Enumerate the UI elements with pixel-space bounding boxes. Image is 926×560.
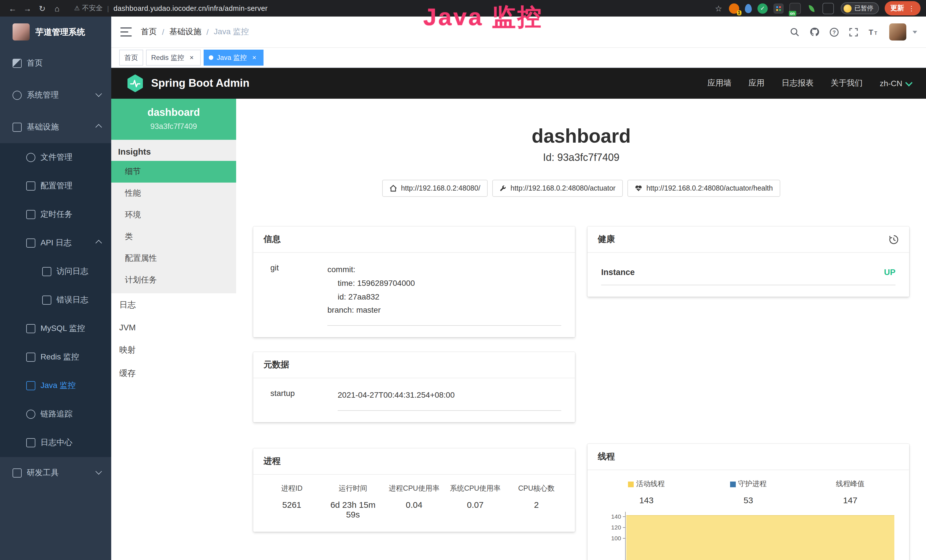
sidebar-item-trace[interactable]: 链路追踪 (0, 400, 111, 428)
instance-base-url-link[interactable]: http://192.168.0.2:48080/ (382, 180, 488, 197)
instance-name: dashboard (116, 107, 232, 119)
history-icon[interactable] (889, 234, 899, 244)
bookmark-star-icon[interactable]: ☆ (715, 4, 722, 13)
sba-item-metrics[interactable]: 性能 (111, 183, 236, 204)
tab-java-monitor[interactable]: Java 监控 × (204, 50, 263, 66)
chrome-update-button[interactable]: 更新 ⋮ (885, 1, 921, 15)
sba-item-beans[interactable]: 类 (111, 226, 236, 248)
sidebar-item-dev-tools[interactable]: 研发工具 (0, 457, 111, 489)
sba-item-caches[interactable]: 缓存 (111, 362, 236, 385)
card-threads-title: 线程 (598, 451, 615, 462)
sba-nav-journal[interactable]: 日志报表 (782, 78, 814, 88)
sba-item-mappings[interactable]: 映射 (111, 338, 236, 362)
browser-home-button[interactable]: ⌂ (50, 2, 64, 15)
profile-sync-paused-chip[interactable]: 已暂停 (841, 2, 879, 14)
sidebar-item-redis-monitor[interactable]: Redis 监控 (0, 343, 111, 371)
sba-instance-header[interactable]: dashboard 93a3fc7f7409 (111, 99, 236, 140)
close-icon[interactable]: × (188, 54, 196, 62)
instance-health-link[interactable]: http://192.168.0.2:48080/actuator/health (627, 180, 780, 197)
sba-insights-group: Insights 细节 性能 环境 类 配置属性 计划任务 (111, 140, 236, 293)
home-icon (390, 185, 397, 192)
sba-item-scheduled-tasks[interactable]: 计划任务 (111, 269, 236, 291)
breadcrumb-infrastructure[interactable]: 基础设施 (169, 27, 201, 37)
sba-locale-select[interactable]: zh-CN (880, 79, 911, 88)
url-text: dashboard.yudao.iocoder.cn/infra/admin-s… (113, 4, 268, 12)
sba-item-environment[interactable]: 环境 (111, 204, 236, 226)
sidebar-collapse-icon[interactable] (120, 27, 132, 36)
extension-proxy-icon[interactable]: on (790, 3, 801, 14)
card-metadata-title: 元数据 (263, 359, 289, 370)
process-col-header: 系统CPU使用率 (445, 484, 505, 493)
sba-nav-applications[interactable]: 应用 (749, 78, 764, 88)
sidebar-item-error-logs[interactable]: 错误日志 (0, 286, 111, 314)
extension-grid-icon[interactable] (773, 3, 784, 14)
sidebar-item-scheduled-tasks[interactable]: 定时任务 (0, 200, 111, 229)
process-stats-row: 进程ID 5261 运行时间 6d 23h 15m 59s 进程CPU使用率 0… (253, 475, 575, 532)
sidebar-item-file-management[interactable]: 文件管理 (0, 143, 111, 172)
card-process-title: 进程 (263, 456, 281, 467)
address-bar[interactable]: ⚠ 不安全 | dashboard.yudao.iocoder.cn/infra… (74, 3, 268, 13)
sba-item-jvm[interactable]: JVM (111, 317, 236, 338)
browser-reload-button[interactable]: ↻ (35, 2, 49, 15)
browser-forward-button[interactable]: → (21, 2, 34, 15)
breadcrumb-home[interactable]: 首页 (141, 27, 157, 37)
profile-avatar-emoji (844, 4, 852, 12)
app-logo[interactable]: 芋道管理系统 (0, 17, 111, 47)
sidebar-item-config-management[interactable]: 配置管理 (0, 172, 111, 200)
redis-icon (26, 353, 35, 362)
info-line: time: 1596289704000 (327, 277, 561, 291)
svg-text:?: ? (833, 29, 836, 35)
browser-menu-icon[interactable]: ⋮ (908, 4, 915, 12)
extension-drop-icon[interactable] (745, 4, 752, 13)
sidebar-item-log-center[interactable]: 日志中心 (0, 428, 111, 457)
sba-item-logfile[interactable]: 日志 (111, 293, 236, 317)
y-tick: 120 (597, 524, 625, 534)
app-title: 芋道管理系统 (35, 27, 85, 37)
sba-nav: 应用墙 应用 日志报表 关于我们 zh-CN (708, 78, 911, 88)
sidebar-item-infrastructure[interactable]: 基础设施 (0, 111, 111, 143)
github-icon[interactable] (809, 27, 820, 37)
extensions-puzzle-icon[interactable] (823, 3, 834, 14)
sidebar-item-api-logs[interactable]: API 日志 (0, 229, 111, 257)
sidebar-item-mysql-monitor[interactable]: MySQL 监控 (0, 314, 111, 343)
browser-back-button[interactable]: ← (6, 2, 20, 15)
sba-item-details[interactable]: 细节 (111, 161, 236, 183)
trace-icon (26, 410, 35, 419)
threads-chart: 140 120 100 (597, 512, 897, 560)
sba-nav-wallboard[interactable]: 应用墙 (708, 78, 731, 88)
info-key: git (270, 263, 327, 326)
help-icon[interactable]: ? (829, 27, 839, 37)
tab-home[interactable]: 首页 (119, 50, 143, 66)
sidebar-item-system-management[interactable]: 系统管理 (0, 79, 111, 111)
wrench-icon (500, 185, 507, 192)
card-process: 进程 进程ID 5261 运行时间 6d 23h 15m 59s (253, 448, 575, 532)
sync-paused-label: 已暂停 (855, 4, 873, 12)
instance-actuator-link[interactable]: http://192.168.0.2:48080/actuator (492, 180, 623, 197)
page-subtitle: Id: 93a3fc7f7409 (236, 152, 926, 164)
process-col-value: 0.04 (384, 500, 445, 510)
fullscreen-icon[interactable] (849, 27, 858, 37)
sidebar-item-java-monitor[interactable]: Java 监控 (0, 371, 111, 400)
search-icon[interactable] (790, 27, 800, 37)
sba-nav-about[interactable]: 关于我们 (831, 78, 863, 88)
tab-redis-monitor[interactable]: Redis 监控 × (146, 50, 201, 66)
active-dot (209, 55, 213, 60)
extension-check-icon[interactable] (758, 3, 768, 14)
sidebar-item-access-logs[interactable]: 访问日志 (0, 257, 111, 286)
font-size-icon[interactable]: TT (868, 27, 879, 36)
legend-live-threads-swatch (628, 481, 634, 487)
sba-brand-title[interactable]: Spring Boot Admin (151, 77, 250, 89)
breadcrumb-separator (206, 27, 209, 36)
legend-peak-threads-label: 线程峰值 (836, 479, 864, 489)
breadcrumb-current: Java 监控 (214, 27, 249, 37)
extension-orange-icon[interactable]: 1 (729, 3, 739, 14)
card-info: 信息 git commit: time: 1596289704000 id: 2… (253, 227, 575, 337)
mysql-icon (26, 324, 35, 333)
sidebar-item-home[interactable]: 首页 (0, 47, 111, 79)
avatar-caret-icon[interactable] (912, 30, 917, 33)
close-icon[interactable]: × (250, 54, 258, 62)
extension-leaf-icon[interactable] (806, 3, 817, 14)
threads-legend-row: 活动线程 143 守护进程 53 (587, 470, 909, 511)
user-avatar[interactable] (889, 23, 906, 41)
sba-item-config-props[interactable]: 配置属性 (111, 248, 236, 269)
